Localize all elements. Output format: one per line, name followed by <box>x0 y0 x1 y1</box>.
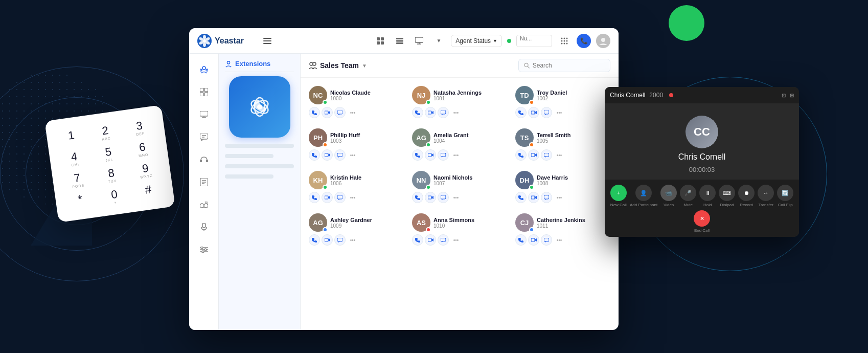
ext-card[interactable]: NN Naomi Nichols 1007 ••• <box>409 167 510 207</box>
ext-chat-btn[interactable] <box>438 234 449 246</box>
ext-call-btn[interactable] <box>309 107 320 118</box>
dialpad-key-0[interactable]: 0 + <box>100 187 130 206</box>
sidebar-item-chat[interactable] <box>194 127 214 147</box>
ext-more-btn[interactable]: ••• <box>554 234 565 246</box>
call-ctrl-mute[interactable]: 🎤 Mute <box>680 185 696 207</box>
call-ctrl-call-flip[interactable]: 🔄 Call Flip <box>777 185 793 207</box>
dialpad-key-7[interactable]: 7 PQRS <box>62 170 93 189</box>
ext-chat-btn[interactable] <box>541 107 552 118</box>
ext-video-btn[interactable] <box>425 234 436 246</box>
call-ctrl-video[interactable]: 📹 Video <box>660 185 677 207</box>
ext-call-btn[interactable] <box>412 149 423 161</box>
menu-button[interactable] <box>260 34 275 48</box>
ext-video-btn[interactable] <box>322 107 333 118</box>
ext-card[interactable]: NC Nicolas Claude 1000 ••• <box>306 82 407 122</box>
sidebar-item-grid[interactable] <box>194 82 214 102</box>
ext-chat-btn[interactable] <box>334 192 346 203</box>
ext-video-btn[interactable] <box>528 234 539 246</box>
ext-video-btn[interactable] <box>425 192 436 203</box>
ext-call-btn[interactable] <box>515 107 527 118</box>
call-button[interactable]: 📞 <box>577 34 591 48</box>
ext-chat-btn[interactable] <box>438 149 449 161</box>
number-input[interactable]: Nu... <box>516 35 552 47</box>
ext-more-btn[interactable]: ••• <box>347 192 358 203</box>
ext-call-btn[interactable] <box>412 192 423 203</box>
ext-video-btn[interactable] <box>322 149 333 161</box>
ext-more-btn[interactable]: ••• <box>347 107 358 118</box>
dialpad-key-4[interactable]: 4 GHI <box>59 149 89 168</box>
user-avatar[interactable] <box>596 34 610 48</box>
ext-call-btn[interactable] <box>309 234 320 246</box>
ext-card[interactable]: CJ Catherine Jenkins 1011 ••• <box>512 209 613 250</box>
ext-call-btn[interactable] <box>412 107 423 118</box>
ext-video-btn[interactable] <box>425 149 436 161</box>
dialpad-key-#[interactable]: # <box>133 182 164 201</box>
ext-card[interactable]: PH Phillip Huff 1003 ••• <box>306 124 407 165</box>
ext-call-btn[interactable] <box>412 234 423 246</box>
ext-more-btn[interactable]: ••• <box>347 234 358 246</box>
ext-more-btn[interactable]: ••• <box>450 107 462 118</box>
sidebar-item-extensions[interactable] <box>194 60 214 79</box>
dialpad-key-3[interactable]: 3 DEF <box>125 119 155 138</box>
call-ctrl-new-call[interactable]: + New Call <box>610 185 627 207</box>
sidebar-item-mic[interactable] <box>194 217 214 237</box>
ext-video-btn[interactable] <box>322 192 333 203</box>
ext-more-btn[interactable]: ••• <box>554 107 565 118</box>
ext-call-btn[interactable] <box>515 149 527 161</box>
ext-chat-btn[interactable] <box>438 192 449 203</box>
call-ctrl-hold[interactable]: ⏸ Hold <box>699 185 716 207</box>
ext-card[interactable]: NJ Natasha Jennings 1001 ••• <box>409 82 510 122</box>
call-ctrl-add-participant[interactable]: 👤 Add Participant <box>630 185 657 207</box>
call-ctrl-end-call[interactable]: ✕ End Call <box>694 210 710 233</box>
ext-more-btn[interactable]: ••• <box>450 192 462 203</box>
ext-chat-btn[interactable] <box>541 149 552 161</box>
chevron-down-icon[interactable]: ▼ <box>431 34 446 48</box>
ext-more-btn[interactable]: ••• <box>450 149 462 161</box>
ext-video-btn[interactable] <box>528 107 539 118</box>
ext-card[interactable]: AS Anna Simmons 1010 ••• <box>409 209 510 250</box>
ext-video-btn[interactable] <box>322 234 333 246</box>
ext-more-btn[interactable]: ••• <box>554 192 565 203</box>
ext-chat-btn[interactable] <box>541 192 552 203</box>
grid-icon-btn[interactable] <box>373 34 387 48</box>
sidebar-item-headset[interactable] <box>194 150 214 169</box>
ext-card[interactable]: AG Ashley Gardner 1009 ••• <box>306 209 407 250</box>
ext-chat-btn[interactable] <box>334 107 346 118</box>
dialpad-icon-btn[interactable] <box>557 34 572 48</box>
ext-video-btn[interactable] <box>425 107 436 118</box>
dialpad-key-5[interactable]: 5 JKL <box>94 144 124 163</box>
card-view-btn[interactable] <box>393 34 407 48</box>
ext-card[interactable]: AG Amelia Grant 1004 ••• <box>409 124 510 165</box>
call-ctrl-transfer[interactable]: ↔ Transfer <box>758 185 774 207</box>
dialpad-key-8[interactable]: 8 TUV <box>97 166 127 185</box>
ext-card[interactable]: DH Dave Harris 1008 ••• <box>512 167 613 207</box>
sidebar-item-settings[interactable] <box>194 240 214 259</box>
ext-chat-btn[interactable] <box>334 234 346 246</box>
dialpad-key-9[interactable]: 9 WXYZ <box>130 161 161 180</box>
dialpad-key-1[interactable]: 1 <box>56 128 86 147</box>
ext-call-btn[interactable] <box>515 192 527 203</box>
agent-status-button[interactable]: Agent Status ▼ <box>451 35 502 47</box>
call-ctrl-dialpad[interactable]: ⌨ Dialpad <box>719 185 735 207</box>
dialpad-key-*[interactable]: * <box>65 192 96 211</box>
dialpad-key-2[interactable]: 2 ABC <box>90 123 121 142</box>
ext-card[interactable]: TD Troy Daniel 1002 ••• <box>512 82 613 122</box>
call-minimize-icon[interactable]: ⊡ <box>782 93 786 98</box>
ext-card[interactable]: KH Kristin Hale 1006 ••• <box>306 167 407 207</box>
sidebar-item-voicemail[interactable] <box>194 195 214 214</box>
sidebar-item-monitor[interactable] <box>194 105 214 124</box>
ext-chat-btn[interactable] <box>541 234 552 246</box>
ext-call-btn[interactable] <box>515 234 527 246</box>
sidebar-item-reports[interactable] <box>194 172 214 192</box>
ext-call-btn[interactable] <box>309 192 320 203</box>
ext-more-btn[interactable]: ••• <box>347 149 358 161</box>
team-selector[interactable]: Sales Team ▼ <box>309 61 367 70</box>
ext-more-btn[interactable]: ••• <box>554 149 565 161</box>
call-ctrl-record[interactable]: ⏺ Record <box>738 185 755 207</box>
monitor-icon-btn[interactable] <box>412 34 426 48</box>
ext-call-btn[interactable] <box>309 149 320 161</box>
call-expand-icon[interactable]: ⊞ <box>790 93 794 98</box>
dialpad-key-6[interactable]: 6 MNO <box>128 140 158 159</box>
ext-chat-btn[interactable] <box>438 107 449 118</box>
ext-video-btn[interactable] <box>528 149 539 161</box>
